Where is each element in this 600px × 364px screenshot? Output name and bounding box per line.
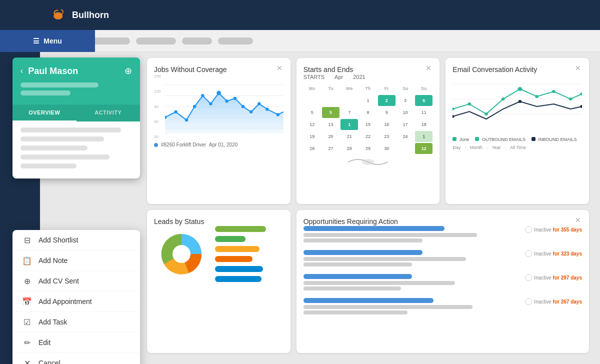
leads-bar-row-6 xyxy=(215,276,284,282)
svg-point-26 xyxy=(468,102,472,106)
opp-status-2: Inactive for 323 days xyxy=(525,250,582,257)
svg-point-13 xyxy=(216,91,221,96)
cal-header-sa: Sa xyxy=(396,83,414,94)
email-chart xyxy=(452,74,582,134)
leads-bar-row-5 xyxy=(215,266,284,272)
leads-widget-title: Leads by Status xyxy=(154,218,204,226)
chart-footer: #8260 Forklift Driver Apr 01, 2020 xyxy=(154,142,284,148)
june-dot xyxy=(452,137,456,141)
appointment-icon: 📅 xyxy=(22,297,32,306)
menu-item-cancel[interactable]: ✕ Cancel xyxy=(12,353,140,364)
cal-day-9: 9 xyxy=(378,107,396,118)
inbound-dot xyxy=(532,137,536,141)
cal-day-5b: 5 xyxy=(322,107,340,118)
jobs-chart-svg xyxy=(154,74,284,139)
svg-point-1 xyxy=(57,16,60,19)
leads-bar-2 xyxy=(215,236,246,242)
profile-left: ‹ Paul Mason xyxy=(20,66,78,76)
tab-activity[interactable]: ACTIVITY xyxy=(76,104,140,122)
cal-day-empty2 xyxy=(322,95,340,106)
email-chart-svg xyxy=(452,74,582,129)
menu-item-add-cv[interactable]: ⊕ Add CV Sent xyxy=(12,271,140,292)
task-icon: ☑ xyxy=(22,318,32,326)
menu-item-add-appointment[interactable]: 📅 Add Appointment xyxy=(12,292,140,312)
dashboard: Jobs Without Coverage ✕ 150 120 90 60 30 xyxy=(141,52,595,359)
svg-point-12 xyxy=(209,102,212,106)
svg-point-20 xyxy=(276,113,280,116)
cancel-icon: ✕ xyxy=(22,358,32,364)
opp-bar-gray-2b xyxy=(304,262,412,266)
legend-inbound: INBOUND EMAILS xyxy=(532,137,577,142)
opp-item-4: Inactive for 267 days xyxy=(304,298,582,316)
profile-options-icon[interactable]: ⊕ xyxy=(124,66,132,76)
content-line-4 xyxy=(20,154,110,160)
cv-icon: ⊕ xyxy=(22,276,32,286)
chart-footer-job: #8260 Forklift Driver xyxy=(161,142,206,148)
opp-item-3: Inactive for 297 days xyxy=(304,274,582,292)
starts-widget-close[interactable]: ✕ xyxy=(426,64,434,72)
cal-day-5a: 5 xyxy=(304,107,321,118)
email-widget-close[interactable]: ✕ xyxy=(575,64,583,72)
menu-label-note: Add Note xyxy=(38,256,68,264)
cal-header-we: We xyxy=(340,83,358,94)
jobs-widget-close[interactable]: ✕ xyxy=(276,64,284,72)
opp-info-1 xyxy=(304,226,520,244)
opp-circle-3 xyxy=(525,274,532,281)
cal-day-empty3 xyxy=(340,95,358,106)
cal-header-th: Th xyxy=(359,83,376,94)
opp-info-2 xyxy=(304,250,520,268)
menu-item-add-note[interactable]: 📋 Add Note xyxy=(12,250,140,271)
back-button[interactable]: ‹ xyxy=(20,66,23,76)
jobs-without-coverage-widget: Jobs Without Coverage ✕ 150 120 90 60 30 xyxy=(147,58,290,204)
menu-item-add-task[interactable]: ☑ Add Task xyxy=(12,312,140,332)
cal-month: Apr xyxy=(334,74,343,80)
inbound-label: INBOUND EMAILS xyxy=(538,137,576,142)
menu-item-add-shortlist[interactable]: ⊟ Add Shortlist xyxy=(12,230,140,250)
inactive-text-3: Inactive for 297 days xyxy=(534,275,582,280)
leads-bar-row-1 xyxy=(215,226,284,232)
cal-day-6: 6 xyxy=(415,95,432,106)
profile-panel: ‹ Paul Mason ⊕ OVERVIEW ACTIVITY xyxy=(12,58,140,178)
opp-circle-1 xyxy=(525,226,532,233)
cal-header-mo: Mo xyxy=(304,83,321,94)
y-label-60: 60 xyxy=(154,120,160,124)
june-label: June xyxy=(460,137,470,142)
menu-label-cv: Add CV Sent xyxy=(38,277,79,285)
y-label-90: 90 xyxy=(154,104,160,109)
svg-point-8 xyxy=(174,110,177,114)
footer-alltime[interactable]: All Time xyxy=(510,145,526,150)
edit-icon: ✏ xyxy=(22,338,32,347)
footer-day[interactable]: Day xyxy=(452,145,460,150)
cal-day-27: 27 xyxy=(322,143,340,154)
cal-day-24: 24 xyxy=(396,131,414,142)
footer-sep2: · xyxy=(486,145,488,150)
footer-sep3: · xyxy=(505,145,506,150)
pie-chart-svg xyxy=(154,226,209,282)
footer-month[interactable]: Month xyxy=(470,145,482,150)
email-legend: June OUTBOUND EMAILS INBOUND EMAILS xyxy=(452,137,582,142)
menu-button[interactable]: ☰ Menu xyxy=(0,30,95,52)
content-line-1 xyxy=(20,128,121,132)
leads-bars xyxy=(215,226,284,282)
opp-bar-blue-3 xyxy=(304,274,412,279)
opp-bar-gray-4b xyxy=(304,310,408,314)
footer-year[interactable]: Year xyxy=(492,145,500,150)
bullhorn-logo-icon xyxy=(50,6,68,24)
chart-footer-date: Apr 01, 2020 xyxy=(209,142,238,148)
y-axis-labels: 150 120 90 60 30 xyxy=(154,74,160,139)
leads-by-status-widget: Leads by Status xyxy=(147,210,290,353)
cal-starts-label: STARTS xyxy=(304,74,324,80)
svg-point-18 xyxy=(258,102,260,106)
chart-dot xyxy=(154,143,158,147)
opp-widget-close[interactable]: ✕ xyxy=(575,216,583,224)
profile-meta xyxy=(12,82,140,104)
opp-bar-gray-3b xyxy=(304,286,401,290)
note-icon: 📋 xyxy=(22,256,32,265)
opp-bar-gray-1b xyxy=(304,238,423,242)
opp-status-4: Inactive for 267 days xyxy=(525,298,582,305)
email-widget-title: Email Conversation Activity xyxy=(452,66,537,74)
menu-item-edit[interactable]: ✏ Edit xyxy=(12,332,140,353)
tab-overview[interactable]: OVERVIEW xyxy=(12,104,76,122)
jobs-widget-title: Jobs Without Coverage xyxy=(154,66,227,74)
cal-day-28: 28 xyxy=(340,143,358,154)
